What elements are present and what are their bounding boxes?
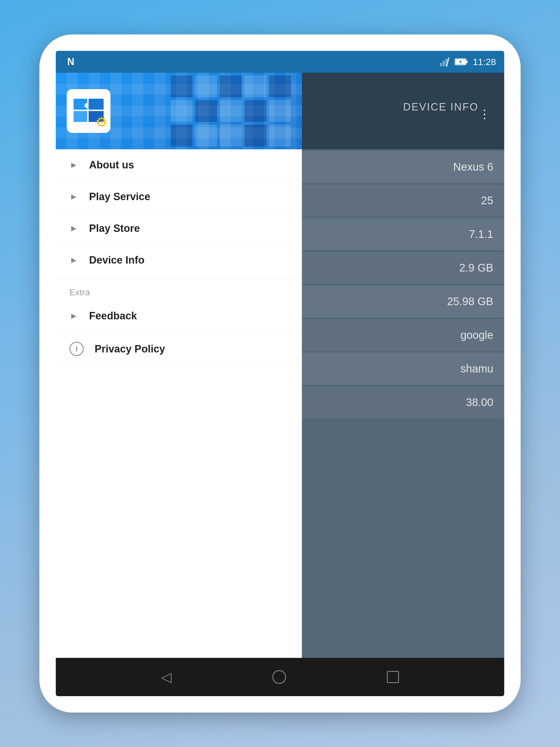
cube-cell — [171, 100, 193, 122]
info-value-device-name: Nexus 6 — [453, 161, 493, 173]
device-info-title: DEVICE INFO — [403, 101, 479, 121]
cube-cell — [171, 75, 193, 97]
back-icon: ◁ — [161, 669, 172, 685]
tablet-frame: N 11:28 — [40, 34, 520, 713]
cube-cell — [245, 75, 266, 97]
info-value-storage: 25.98 GB — [447, 295, 493, 308]
status-bar-right: 11:28 — [439, 57, 496, 67]
info-item-manufacturer: google — [302, 319, 504, 351]
n-logo-icon: N — [67, 56, 74, 68]
device-info-list: Nexus 6 25 7.1.1 2.9 GB 25.98 GB — [302, 149, 504, 658]
app-logo-small: N — [64, 55, 78, 69]
status-bar-left: N — [64, 55, 78, 69]
info-value-api: 25 — [481, 195, 493, 207]
cube-cell — [269, 125, 291, 147]
info-value-android-version: 7.1.1 — [469, 228, 493, 240]
menu-label-about: About us — [89, 159, 134, 171]
device-info-header: DEVICE INFO ⋮ — [302, 73, 504, 149]
menu-item-play-service[interactable]: ► Play Service — [56, 181, 302, 213]
svg-rect-10 — [74, 111, 87, 122]
info-value-ram: 2.9 GB — [459, 262, 493, 274]
cube-cell — [220, 75, 242, 97]
recent-apps-icon — [387, 671, 399, 683]
svg-marker-1 — [443, 61, 445, 66]
menu-label-play-store: Play Store — [89, 223, 140, 234]
cube-cell — [195, 75, 217, 97]
nav-recent-button[interactable] — [387, 671, 399, 683]
arrow-icon: ► — [70, 192, 78, 202]
info-value-manufacturer: google — [460, 329, 493, 341]
sidebar-header: ⚙ — [56, 73, 302, 149]
menu-item-privacy-policy[interactable]: i Privacy Policy — [56, 332, 302, 366]
device-info-panel: DEVICE INFO ⋮ Nexus 6 25 7.1.1 — [302, 73, 504, 658]
cube-cell — [269, 100, 291, 122]
cube-cell — [245, 125, 266, 147]
cube-cell — [195, 125, 217, 147]
arrow-icon: ► — [70, 223, 78, 233]
sidebar: ⚙ ► About us ► Play Service ► Play — [56, 73, 302, 658]
svg-marker-0 — [440, 63, 442, 66]
arrow-icon: ► — [70, 311, 78, 321]
info-value-build: 38.00 — [466, 396, 493, 409]
info-item-android-version: 7.1.1 — [302, 218, 504, 250]
status-bar: N 11:28 — [56, 51, 504, 73]
cube-cell — [220, 125, 242, 147]
cube-cell — [220, 100, 242, 122]
info-icon: i — [70, 342, 84, 356]
battery-charging-icon — [455, 58, 468, 66]
main-content: ⚙ ► About us ► Play Service ► Play — [56, 73, 504, 658]
menu-item-play-store[interactable]: ► Play Store — [56, 213, 302, 244]
info-item-build: 38.00 — [302, 386, 504, 418]
info-item-api: 25 — [302, 185, 504, 216]
menu-label-privacy-policy: Privacy Policy — [95, 343, 165, 355]
signal-off-icon — [439, 57, 450, 67]
arrow-icon: ► — [70, 160, 78, 170]
nav-home-button[interactable] — [272, 670, 286, 684]
info-item-ram: 2.9 GB — [302, 252, 504, 284]
app-logo: ⚙ — [67, 89, 110, 133]
info-value-codename: shamu — [460, 363, 493, 375]
sidebar-menu: ► About us ► Play Service ► Play Store ►… — [56, 149, 302, 658]
status-time: 11:28 — [473, 57, 496, 67]
cube-cell — [269, 75, 291, 97]
info-item-device-name: Nexus 6 — [302, 151, 504, 183]
info-item-storage: 25.98 GB — [302, 285, 504, 317]
extra-section-label: Extra — [56, 279, 302, 300]
menu-label-device-info: Device Info — [89, 254, 145, 266]
cube-cell — [171, 125, 193, 147]
menu-item-about[interactable]: ► About us — [56, 149, 302, 181]
info-item-codename: shamu — [302, 353, 504, 385]
menu-label-play-service: Play Service — [89, 191, 150, 203]
screen: N 11:28 — [56, 51, 504, 696]
arrow-icon: ► — [70, 255, 78, 265]
menu-label-feedback: Feedback — [89, 310, 137, 322]
cube-cell — [195, 100, 217, 122]
menu-item-device-info[interactable]: ► Device Info — [56, 244, 302, 276]
more-options-icon[interactable]: ⋮ — [479, 101, 490, 121]
nav-bar: ◁ — [56, 658, 504, 696]
gear-icon: ⚙ — [96, 114, 108, 130]
cube-pattern — [165, 73, 302, 149]
svg-rect-5 — [466, 60, 467, 63]
svg-rect-9 — [88, 99, 104, 110]
cube-cell — [245, 100, 266, 122]
menu-item-feedback[interactable]: ► Feedback — [56, 300, 302, 332]
home-circle-icon — [272, 670, 286, 684]
nav-back-button[interactable]: ◁ — [161, 669, 172, 685]
